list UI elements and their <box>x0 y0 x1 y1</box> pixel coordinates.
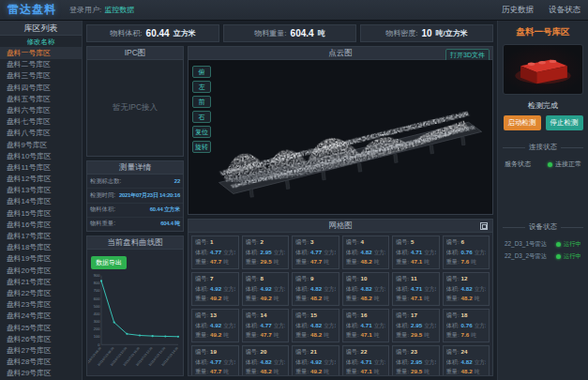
connection-label: 服务状态 <box>505 160 531 169</box>
view-button-reset[interactable]: 复位 <box>192 126 211 138</box>
cell-volume-label: 体积: <box>295 358 309 367</box>
view-button-right[interactable]: 右 <box>192 111 211 123</box>
cell-id-value: 3 <box>310 238 313 245</box>
cell-volume-value: 4.82 <box>310 285 322 292</box>
cell-volume-label: 体积: <box>396 285 409 294</box>
cell-weight-label: 重量: <box>246 331 259 340</box>
cell-weight-line: 重量:48.2吨 <box>446 295 487 303</box>
sidebar-item-zone[interactable]: 盘料27号库区 <box>0 345 82 357</box>
sidebar-item-zone[interactable]: 盘料13号库区 <box>0 185 82 196</box>
main-layout: 库区列表 修改名称 盘料一号库区盘料二号库区盘料三号库区盘料四号库区盘料五号库区… <box>0 21 588 380</box>
cell-weight-value: 48.2 <box>310 295 322 301</box>
view-button-rotate[interactable]: 旋转 <box>192 141 211 153</box>
cell-weight-unit: 吨 <box>324 332 329 340</box>
login-user-name[interactable]: 监控数据 <box>104 5 134 15</box>
sidebar-item-zone[interactable]: 盘料24号库区 <box>0 311 82 322</box>
sidebar-item-zone[interactable]: 盘料20号库区 <box>0 266 82 277</box>
sidebar-item-zone[interactable]: 盘料二号库区 <box>0 59 82 70</box>
sidebar-item-zone[interactable]: 盘料10号库区 <box>0 151 82 162</box>
sidebar-item-zone[interactable]: 盘料23号库区 <box>0 299 82 311</box>
sidebar-item-zone[interactable]: 盘料七号库区 <box>0 116 82 128</box>
view-button-front[interactable]: 前 <box>192 96 211 108</box>
cell-volume-line: 体积:4.77立方米 <box>295 249 336 257</box>
sidebar-item-zone[interactable]: 盘料29号库区 <box>0 368 82 379</box>
cell-id-line: 编号:20 <box>246 348 286 357</box>
cell-weight-value: 47.1 <box>411 295 422 301</box>
curve-toolbar: 数据导出 <box>87 250 183 271</box>
cell-volume-line: 体积:4.71立方米 <box>396 285 436 294</box>
sidebar-item-zone[interactable]: 盘料18号库区 <box>0 242 82 253</box>
cell-weight-unit: 吨 <box>223 296 229 303</box>
cell-id-value: 12 <box>461 275 468 281</box>
cell-volume-line: 体积:4.92立方米 <box>295 358 336 367</box>
cell-weight-line: 重量:47.1吨 <box>346 368 386 375</box>
sidebar-item-zone[interactable]: 盘料三号库区 <box>0 70 82 82</box>
cell-volume-label: 体积: <box>396 322 409 330</box>
cell-weight-value: 29.5 <box>261 258 272 265</box>
cell-weight-value: 47.7 <box>310 258 322 265</box>
cell-volume-line: 体积:2.95立方米 <box>396 358 436 367</box>
grid-cell: 编号:4体积:4.82立方米重量:48.2吨 <box>342 236 390 269</box>
cell-weight-label: 重量: <box>195 331 208 340</box>
cell-weight-line: 重量:49.2吨 <box>195 331 235 340</box>
connection-status-text: 连接正常 <box>555 160 581 169</box>
cell-volume-label: 体积: <box>195 358 208 367</box>
nav-link-history[interactable]: 历史数据 <box>502 5 534 16</box>
sidebar-item-zone[interactable]: 盘料一号库区 <box>0 48 82 59</box>
cell-weight-label: 重量: <box>446 331 460 340</box>
cell-weight-label: 重量: <box>446 258 460 266</box>
sidebar-item-zone[interactable]: 盘料28号库区 <box>0 357 82 368</box>
left-column: IPC图 暂无IPC接入 测量详情 检测标志数:22检测时间:2021年07月2… <box>86 46 184 376</box>
login-user: 登录用户: 监控数据 <box>69 5 134 15</box>
data-export-button[interactable]: 数据导出 <box>91 256 127 269</box>
cell-volume-label: 体积: <box>446 285 460 294</box>
device-status: 运行中 <box>556 252 581 261</box>
sidebar-item-zone[interactable]: 盘料八号库区 <box>0 128 82 139</box>
cell-weight-label: 重量: <box>446 295 460 303</box>
start-detection-button[interactable]: 启动检测 <box>504 115 541 130</box>
sidebar-item-zone[interactable]: 盘料21号库区 <box>0 277 82 288</box>
sidebar-item-zone[interactable]: 盘料15号库区 <box>0 208 82 220</box>
cell-id-line: 编号:23 <box>396 348 436 357</box>
top-header: 雷达盘料 登录用户: 监控数据 历史数据设备状态 <box>0 0 588 21</box>
cell-volume-line: 体积:4.71立方米 <box>346 322 386 330</box>
sidebar-item-zone[interactable]: 盘料16号库区 <box>0 220 82 231</box>
cell-weight-line: 重量:48.2吨 <box>346 295 386 303</box>
pointcloud-viewport[interactable]: 俯左前右复位旋转 <box>188 60 492 214</box>
view-button-left[interactable]: 左 <box>192 81 211 93</box>
rename-zone-link[interactable]: 修改名称 <box>0 36 82 48</box>
cell-volume-value: 4.71 <box>361 322 372 328</box>
sidebar-item-zone[interactable]: 盘料19号库区 <box>0 253 82 265</box>
sidebar-item-zone[interactable]: 盘料12号库区 <box>0 174 82 185</box>
sidebar-item-zone[interactable]: 盘料25号库区 <box>0 323 82 334</box>
expand-icon[interactable] <box>480 222 488 230</box>
cell-weight-value: 48.2 <box>361 295 372 301</box>
nav-link-device-status[interactable]: 设备状态 <box>549 5 580 16</box>
sidebar-item-zone[interactable]: 盘料六号库区 <box>0 105 82 116</box>
curve-panel: 当前盘料曲线图 数据导出 010020030040050060070080090… <box>86 236 184 376</box>
sidebar-item-zone[interactable]: 盘料14号库区 <box>0 196 82 207</box>
cell-weight-label: 重量: <box>246 368 259 375</box>
sidebar-item-zone[interactable]: 盘料26号库区 <box>0 334 82 345</box>
cell-id-label: 编号: <box>346 312 359 320</box>
sidebar-item-zone[interactable]: 盘料9号库区 <box>0 140 82 151</box>
cell-volume-unit: 立方米 <box>223 250 234 257</box>
sidebar-item-zone[interactable]: 盘料22号库区 <box>0 288 82 299</box>
zone-detail-panel: 盘料一号库区 检测完成 启动检测 停止检测 连接状态 <box>497 21 588 380</box>
view-button-top[interactable]: 俯 <box>192 66 211 78</box>
svg-text:300: 300 <box>94 320 100 324</box>
stop-detection-button[interactable]: 停止检测 <box>546 115 583 130</box>
cell-weight-unit: 吨 <box>274 332 279 340</box>
cell-volume-unit: 立方米 <box>424 250 435 257</box>
sidebar-item-zone[interactable]: 盘料11号库区 <box>0 162 82 174</box>
cell-weight-unit: 吨 <box>223 369 229 375</box>
sidebar-item-zone[interactable]: 盘料四号库区 <box>0 83 82 94</box>
cell-weight-line: 重量:48.2吨 <box>346 258 386 266</box>
stat-value: 10 <box>421 28 431 38</box>
grid-cell: 编号:20体积:4.82立方米重量:48.2吨 <box>242 345 290 375</box>
sidebar-item-zone[interactable]: 盘料17号库区 <box>0 231 82 242</box>
sidebar-item-zone[interactable]: 盘料五号库区 <box>0 94 82 105</box>
cell-id-line: 编号:3 <box>295 238 336 247</box>
cell-id-value: 24 <box>461 348 468 355</box>
cell-volume-value: 4.92 <box>210 322 221 328</box>
